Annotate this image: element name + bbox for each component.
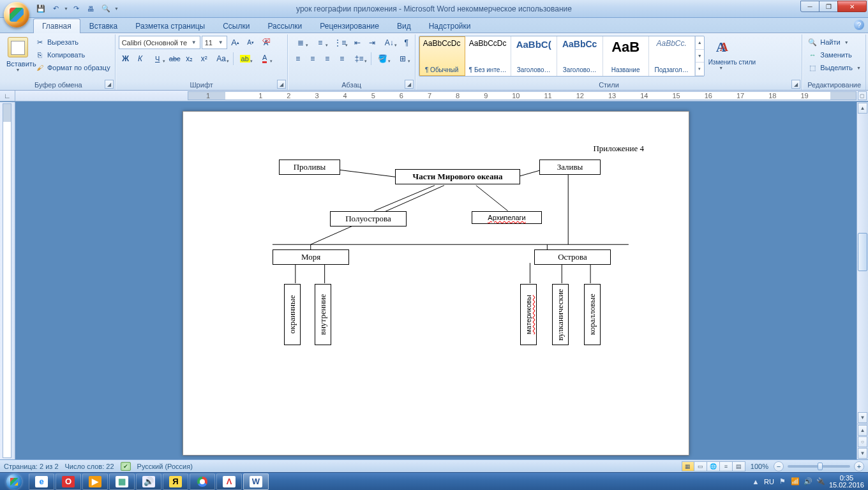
- help-button[interactable]: ?: [854, 20, 864, 30]
- change-styles-button[interactable]: AA Изменить стили ▼: [707, 36, 736, 77]
- style-item-title[interactable]: AaBНазвание: [603, 36, 649, 76]
- scrollbar-thumb[interactable]: [858, 233, 867, 271]
- tab-mailings[interactable]: Рассылки: [258, 19, 311, 33]
- taskbar-item-6[interactable]: [190, 473, 215, 490]
- format-painter-button[interactable]: 🖌Формат по образцу: [33, 61, 112, 74]
- view-web[interactable]: 🌐: [707, 461, 720, 471]
- paragraph-dialog-launcher[interactable]: ◢: [405, 80, 414, 89]
- style-item-normal[interactable]: AaBbCcDc¶ Обычный: [419, 36, 465, 76]
- qat-redo[interactable]: ↷: [70, 3, 83, 15]
- cut-button[interactable]: ✂Вырезать: [33, 36, 112, 48]
- browse-object-button[interactable]: ○: [858, 436, 867, 447]
- indent-button[interactable]: ⇥: [365, 36, 379, 49]
- document-scroll-area[interactable]: Приложение 4 Проливы Заливы Части Мирово: [15, 102, 857, 459]
- highlight-button[interactable]: ab: [236, 52, 255, 65]
- close-button[interactable]: ✕: [837, 1, 867, 12]
- bold-button[interactable]: Ж: [119, 52, 133, 65]
- zoom-thumb[interactable]: [818, 463, 823, 470]
- style-gallery[interactable]: AaBbCcDc¶ Обычный AaBbCcDc¶ Без инте… Aa…: [419, 36, 705, 77]
- taskbar-item-8[interactable]: W: [243, 473, 269, 490]
- zoom-out-button[interactable]: −: [774, 461, 784, 471]
- spellcheck-status[interactable]: ✔: [121, 462, 131, 471]
- tab-addins[interactable]: Надстройки: [420, 19, 480, 33]
- scroll-up-button[interactable]: ▲: [858, 103, 867, 114]
- taskbar-item-4[interactable]: 🔊: [136, 473, 161, 490]
- replace-button[interactable]: ↔Заменить: [805, 48, 853, 61]
- tray-action-center-icon[interactable]: ⚑: [778, 477, 787, 486]
- tray-clock[interactable]: 0:35 15.02.2016: [829, 475, 864, 489]
- qat-undo[interactable]: ↶: [49, 3, 62, 15]
- tray-volume-icon[interactable]: 🔊: [804, 477, 812, 486]
- tray-show-hidden[interactable]: ▲: [751, 477, 760, 486]
- qat-print[interactable]: 🖶: [85, 3, 98, 15]
- align-center-button[interactable]: ≡: [306, 52, 320, 65]
- scroll-down-button[interactable]: ▼: [858, 412, 867, 423]
- subscript-button[interactable]: x₂: [183, 52, 197, 65]
- view-print-layout[interactable]: ▦: [682, 461, 694, 471]
- paste-button[interactable]: Вставить ▼: [4, 36, 31, 77]
- tab-review[interactable]: Рецензирование: [311, 19, 388, 33]
- tab-insert[interactable]: Вставка: [80, 19, 127, 33]
- shading-button[interactable]: 🪣: [373, 52, 393, 65]
- zoom-level[interactable]: 100%: [751, 463, 768, 470]
- tray-language[interactable]: RU: [764, 478, 774, 486]
- status-language[interactable]: Русский (Россия): [137, 463, 193, 470]
- copy-button[interactable]: ⎘Копировать: [33, 48, 112, 61]
- view-outline[interactable]: ≡: [720, 461, 733, 471]
- justify-button[interactable]: ≡: [335, 52, 349, 65]
- tab-references[interactable]: Ссылки: [214, 19, 258, 33]
- clipboard-dialog-launcher[interactable]: ◢: [105, 80, 114, 89]
- style-item-heading1[interactable]: AaBbC(Заголово…: [511, 36, 557, 76]
- tab-selector[interactable]: ∟: [0, 91, 15, 101]
- align-left-button[interactable]: ≡: [291, 52, 305, 65]
- taskbar-item-7[interactable]: Λ: [216, 473, 242, 490]
- style-item-heading2[interactable]: AaBbCcЗаголово…: [557, 36, 603, 76]
- vertical-ruler[interactable]: [0, 102, 15, 459]
- taskbar-item-0[interactable]: e: [29, 473, 54, 490]
- multilevel-button[interactable]: ⋮≡: [331, 36, 350, 49]
- tray-network-icon[interactable]: 📶: [791, 477, 800, 486]
- start-button[interactable]: [0, 473, 28, 491]
- taskbar-item-1[interactable]: O: [56, 473, 81, 490]
- change-case-button[interactable]: Aa: [212, 52, 231, 65]
- bullets-button[interactable]: ≣: [291, 36, 310, 49]
- styles-dialog-launcher[interactable]: ◢: [791, 80, 800, 89]
- clear-formatting-button[interactable]: A⌫: [259, 36, 273, 49]
- font-dialog-launcher[interactable]: ◢: [277, 80, 286, 89]
- sort-button[interactable]: A↓: [380, 36, 399, 49]
- zoom-in-button[interactable]: +: [854, 461, 864, 471]
- taskbar-item-5[interactable]: Я: [163, 473, 188, 490]
- show-marks-button[interactable]: ¶: [400, 36, 414, 49]
- shrink-font-button[interactable]: A▾: [244, 36, 258, 49]
- scrollbar-track[interactable]: [858, 114, 867, 412]
- next-page-button[interactable]: ▼: [858, 448, 867, 459]
- find-button[interactable]: 🔍Найти▼: [805, 36, 850, 48]
- borders-button[interactable]: ⊞: [393, 52, 412, 65]
- select-button[interactable]: ⬚Выделить▼: [805, 61, 863, 74]
- numbering-button[interactable]: ≡: [311, 36, 330, 49]
- taskbar-item-2[interactable]: ▶: [82, 473, 108, 490]
- tab-layout[interactable]: Разметка страницы: [126, 19, 214, 33]
- font-size-combo[interactable]: 11▼: [202, 36, 227, 49]
- taskbar-item-3[interactable]: ▦: [109, 473, 135, 490]
- zoom-slider[interactable]: [788, 465, 850, 468]
- line-spacing-button[interactable]: ‡≡: [350, 52, 369, 65]
- outdent-button[interactable]: ⇤: [350, 36, 364, 49]
- ruler-toggle[interactable]: ▢: [858, 91, 867, 100]
- status-page[interactable]: Страница: 2 из 2: [4, 463, 59, 470]
- qat-preview[interactable]: 🔍: [100, 3, 112, 15]
- restore-button[interactable]: ❐: [819, 1, 838, 12]
- minimize-button[interactable]: ─: [800, 1, 819, 12]
- align-right-button[interactable]: ≡: [320, 52, 334, 65]
- qat-save[interactable]: 💾: [34, 3, 47, 15]
- superscript-button[interactable]: x²: [197, 52, 211, 65]
- horizontal-ruler[interactable]: 112345678910111213141516171819: [188, 91, 857, 100]
- style-gallery-scroll[interactable]: ▲▼▾: [695, 36, 704, 76]
- view-full-screen[interactable]: ▭: [694, 461, 707, 471]
- font-family-combo[interactable]: Calibri (Основной те▼: [119, 36, 200, 49]
- font-color-button[interactable]: A: [255, 52, 274, 65]
- tab-home[interactable]: Главная: [33, 19, 80, 33]
- style-item-nospacing[interactable]: AaBbCcDc¶ Без инте…: [465, 36, 511, 76]
- tab-view[interactable]: Вид: [388, 19, 420, 33]
- status-words[interactable]: Число слов: 22: [65, 463, 114, 470]
